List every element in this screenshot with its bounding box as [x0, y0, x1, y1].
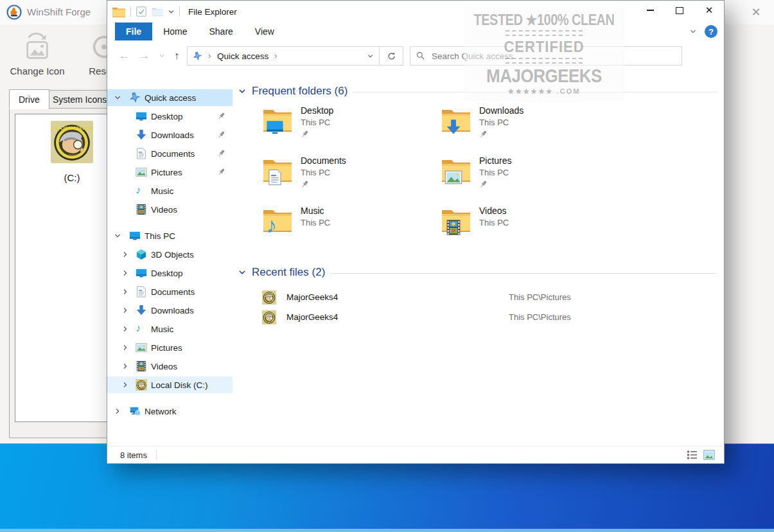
- help-button[interactable]: ?: [705, 25, 717, 38]
- window-controls: ✕: [635, 1, 724, 20]
- address-bar[interactable]: Quick access: [187, 46, 380, 66]
- sidebar-item-pc-videos[interactable]: Videos: [107, 358, 233, 375]
- chevron-right-icon[interactable]: [121, 381, 129, 389]
- sidebar-item-3d-objects[interactable]: 3D Objects: [107, 246, 233, 263]
- group-title: Frequent folders (6): [252, 85, 347, 98]
- winshift-logo-icon: [6, 4, 22, 20]
- ribbon-tabs: File Home Share View: [107, 22, 724, 41]
- address-bar-group: Quick access: [187, 46, 403, 66]
- breadcrumb-chevron-icon[interactable]: [207, 53, 213, 59]
- documents-icon: [136, 148, 147, 159]
- chevron-right-icon[interactable]: [121, 344, 129, 351]
- status-bar: 8 items: [107, 446, 724, 463]
- tile-videos[interactable]: Videos This PC: [441, 205, 619, 255]
- navigation-bar: ← → ↑ Quick access: [107, 40, 724, 71]
- tab-file[interactable]: File: [115, 22, 152, 40]
- chevron-right-icon[interactable]: [121, 269, 129, 277]
- back-icon[interactable]: ←: [119, 49, 130, 62]
- explorer-folder-icon: [112, 6, 126, 18]
- quick-access-toolbar: File Explorer: [107, 6, 237, 18]
- drive-c-item[interactable]: (C:): [33, 121, 110, 183]
- sidebar-item-pictures[interactable]: Pictures: [107, 164, 233, 181]
- customize-qat-chevron-icon[interactable]: [168, 8, 175, 15]
- tab-view[interactable]: View: [244, 22, 285, 40]
- tab-system-icons[interactable]: System Icons: [43, 90, 116, 109]
- sidebar-item-desktop[interactable]: Desktop: [107, 108, 233, 125]
- properties-icon[interactable]: [136, 6, 147, 17]
- tile-desktop[interactable]: Desktop This PC: [262, 105, 441, 155]
- change-icon-button[interactable]: Change Icon: [5, 30, 69, 82]
- recent-files-header[interactable]: Recent files (2): [238, 264, 717, 281]
- frequent-folders-header[interactable]: Frequent folders (6): [238, 83, 717, 100]
- tab-share[interactable]: Share: [198, 22, 243, 40]
- sidebar-item-videos[interactable]: Videos: [107, 201, 233, 218]
- chevron-right-icon[interactable]: [114, 407, 121, 415]
- sidebar-item-music[interactable]: ♪ Music: [107, 182, 233, 199]
- pin-icon: [217, 149, 226, 158]
- sidebar-item-pc-pictures[interactable]: Pictures: [107, 339, 233, 356]
- items-count: 8 items: [107, 450, 147, 460]
- sidebar-item-downloads[interactable]: Downloads: [107, 127, 233, 143]
- drive-c-label: (C:): [64, 172, 80, 183]
- winshift-close-button[interactable]: ✕: [747, 4, 765, 21]
- breadcrumb-chevron-icon[interactable]: [273, 53, 279, 59]
- chevron-down-icon[interactable]: [114, 94, 121, 102]
- pin-icon: [301, 180, 310, 189]
- new-folder-icon[interactable]: [152, 6, 163, 17]
- majorgeeks-drive-icon: [51, 121, 93, 163]
- chevron-down-icon[interactable]: [114, 232, 121, 240]
- breadcrumb[interactable]: Quick access: [217, 51, 268, 61]
- close-button[interactable]: ✕: [694, 1, 724, 20]
- chevron-right-icon[interactable]: [121, 362, 129, 370]
- ribbon-right-controls: ?: [689, 25, 717, 38]
- up-icon[interactable]: ↑: [174, 50, 179, 62]
- downloads-icon: [136, 305, 147, 316]
- network-icon: [129, 405, 141, 417]
- recent-locations-chevron-icon[interactable]: [159, 53, 165, 59]
- pin-icon: [479, 180, 488, 189]
- folder-desktop-icon: [262, 106, 293, 134]
- minimize-button[interactable]: [635, 1, 665, 20]
- sidebar-this-pc[interactable]: This PC: [107, 227, 233, 244]
- details-view-icon[interactable]: [687, 450, 698, 460]
- this-pc-icon: [129, 230, 141, 242]
- sidebar-item-pc-desktop[interactable]: Desktop: [107, 265, 233, 281]
- chevron-right-icon[interactable]: [121, 288, 129, 296]
- chevron-down-icon: [238, 268, 247, 277]
- desktop-icon: [136, 267, 147, 279]
- chevron-right-icon[interactable]: [121, 325, 129, 333]
- address-dropdown-chevron-icon[interactable]: [367, 53, 374, 60]
- tab-home[interactable]: Home: [152, 22, 198, 40]
- sidebar-network[interactable]: Network: [107, 403, 233, 420]
- recent-file-row[interactable]: MajorGeeks4 This PC\Pictures: [233, 307, 724, 327]
- sidebar-item-pc-downloads[interactable]: Downloads: [107, 302, 233, 319]
- tile-documents[interactable]: Documents This PC: [262, 155, 441, 205]
- large-icons-view-icon[interactable]: [703, 450, 715, 460]
- chevron-right-icon[interactable]: [121, 306, 129, 314]
- music-icon: ♪: [136, 323, 147, 335]
- tile-music[interactable]: ♪ Music This PC: [262, 205, 441, 255]
- tab-drive[interactable]: Drive: [9, 89, 49, 109]
- pin-icon: [217, 112, 226, 121]
- documents-icon: [136, 286, 147, 297]
- folder-documents-icon: [262, 156, 293, 184]
- videos-icon: [136, 360, 147, 372]
- folder-music-icon: ♪: [262, 206, 293, 235]
- sidebar-item-pc-documents[interactable]: Documents: [107, 283, 233, 300]
- majorgeeks-thumbnail-icon: [262, 290, 276, 305]
- expand-ribbon-chevron-icon[interactable]: [689, 28, 697, 35]
- tile-downloads[interactable]: Downloads This PC: [441, 105, 619, 155]
- sidebar-item-documents[interactable]: Documents: [107, 145, 233, 162]
- sidebar-item-local-disk-c[interactable]: Local Disk (C:): [107, 377, 233, 393]
- maximize-button[interactable]: [665, 1, 694, 20]
- change-icon-image-icon: [22, 32, 52, 62]
- refresh-button[interactable]: [380, 46, 403, 66]
- chevron-right-icon[interactable]: [121, 251, 129, 258]
- recent-file-row[interactable]: MajorGeeks4 This PC\Pictures: [233, 287, 724, 307]
- search-input[interactable]: [430, 51, 676, 62]
- sidebar-quick-access[interactable]: Quick access: [107, 89, 233, 106]
- search-box[interactable]: [410, 46, 682, 66]
- forward-icon[interactable]: →: [139, 49, 150, 62]
- tile-pictures[interactable]: Pictures This PC: [441, 155, 619, 205]
- sidebar-item-pc-music[interactable]: ♪ Music: [107, 321, 233, 337]
